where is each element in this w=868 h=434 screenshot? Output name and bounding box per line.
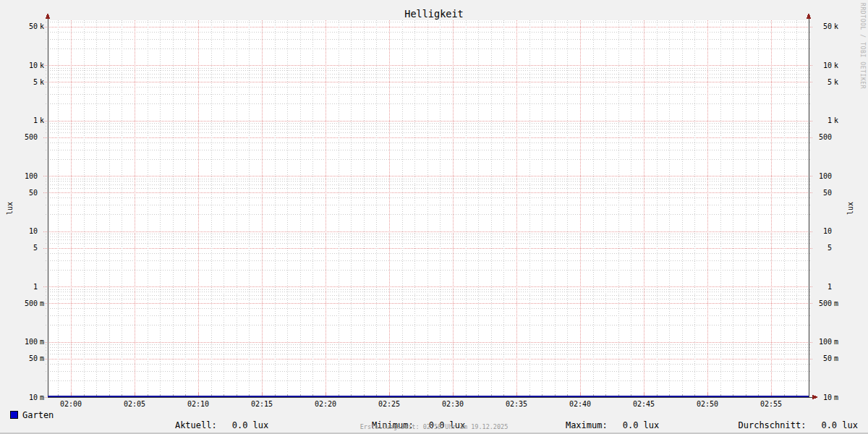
- y-tick-label-left: 50: [29, 22, 38, 30]
- x-tick-label: 02:30: [437, 400, 469, 408]
- y-tick-label-right: 100: [819, 338, 832, 346]
- x-tick-label: 02:35: [501, 400, 532, 408]
- y-tick-label-right: 100: [819, 172, 832, 180]
- y-tick-unit-right: k: [834, 61, 838, 69]
- x-tick-label: 02:45: [628, 400, 660, 408]
- y-tick-unit-left: m: [40, 338, 44, 346]
- x-tick-label: 02:25: [373, 400, 405, 408]
- stat-maximum: Maximum:0.0 lux: [545, 410, 659, 434]
- y-tick-label-right: 5: [827, 244, 832, 252]
- y-tick-unit-left: m: [40, 393, 44, 401]
- y-tick-unit-right: k: [834, 116, 838, 124]
- y-tick-label-right: 500: [819, 133, 832, 141]
- y-tick-label-left: 1: [33, 283, 38, 291]
- y-tick-label-right: 50: [823, 22, 832, 30]
- x-tick-label: 02:10: [182, 400, 214, 408]
- y-tick-label-left: 500: [25, 133, 38, 141]
- y-tick-label-left: 100: [25, 338, 38, 346]
- y-tick-unit-right: m: [834, 354, 838, 362]
- y-axis-unit-left: lux: [5, 187, 15, 230]
- legend-swatch-garten: [10, 411, 18, 419]
- y-tick-unit-right: m: [834, 393, 838, 401]
- creation-timestamp: Erstellungszeit: 02:58 Uhr am 19.12.2025: [0, 423, 868, 430]
- stat-durchschnitt: Durchschnitt:0.0 lux: [718, 410, 858, 434]
- axis-arrow-up-right: [807, 13, 812, 19]
- y-tick-unit-left: k: [40, 116, 44, 124]
- axis-arrow-up-left: [46, 13, 51, 19]
- y-axis-unit-right: lux: [846, 187, 856, 230]
- y-tick-label-left: 100: [25, 172, 38, 180]
- y-tick-label-right: 50: [823, 354, 832, 362]
- y-tick-label-right: 5: [827, 78, 832, 86]
- x-tick-label: 02:15: [246, 400, 278, 408]
- y-tick-label-right: 500: [819, 299, 832, 307]
- y-tick-label-left: 10: [29, 393, 38, 401]
- y-tick-label-left: 50: [29, 189, 38, 197]
- y-tick-unit-left: m: [40, 299, 44, 307]
- y-tick-unit-left: m: [40, 354, 44, 362]
- y-tick-unit-left: k: [40, 22, 44, 30]
- y-tick-label-right: 50: [823, 189, 832, 197]
- rrdtool-watermark: RRDTOOL / TOBI OETIKER: [859, 3, 866, 89]
- y-tick-label-right: 1: [827, 116, 832, 124]
- stat-minimum: Minimum:0.0 lux: [351, 410, 465, 434]
- y-tick-unit-right: k: [834, 78, 838, 86]
- y-tick-label-left: 5: [33, 78, 38, 86]
- x-tick-label: 02:55: [755, 400, 787, 408]
- y-tick-label-right: 10: [823, 61, 832, 69]
- y-tick-unit-right: k: [834, 22, 838, 30]
- y-tick-label-left: 10: [29, 61, 38, 69]
- y-tick-label-right: 10: [823, 393, 832, 401]
- axis-arrow-right: [812, 395, 818, 400]
- x-tick-label: 02:05: [119, 400, 150, 408]
- rrdtool-graph-helligkeit: Helligkeit lux lux RRDTOOL / TOBI OETIKE…: [0, 0, 868, 434]
- y-tick-unit-right: m: [834, 299, 838, 307]
- y-tick-label-right: 10: [823, 227, 832, 235]
- x-tick-label: 02:20: [310, 400, 341, 408]
- y-tick-label-left: 1: [33, 116, 38, 124]
- x-tick-label: 02:40: [564, 400, 596, 408]
- y-tick-unit-left: k: [40, 78, 44, 86]
- y-tick-unit-left: k: [40, 61, 44, 69]
- y-tick-label-left: 50: [29, 354, 38, 362]
- y-tick-label-left: 10: [29, 227, 38, 235]
- legend-series-label: Garten: [22, 410, 54, 420]
- stat-aktuell: Aktuell:0.0 lux: [154, 410, 268, 434]
- plot-area: [0, 0, 868, 434]
- y-tick-unit-right: m: [834, 338, 838, 346]
- x-tick-label: 02:50: [692, 400, 723, 408]
- x-tick-label: 02:00: [55, 400, 87, 408]
- y-tick-label-left: 5: [33, 244, 38, 252]
- y-tick-label-right: 1: [827, 283, 832, 291]
- y-tick-label-left: 500: [25, 299, 38, 307]
